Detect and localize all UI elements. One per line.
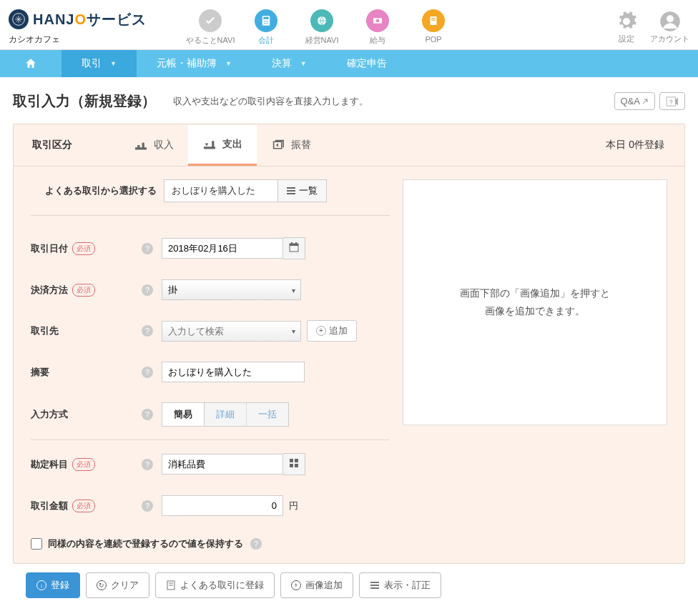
nav-pop[interactable]: POP [405, 9, 461, 46]
subnav-transaction[interactable]: 取引▼ [62, 50, 137, 77]
subnav-tax[interactable]: 確定申告 [327, 50, 407, 77]
document-icon [422, 9, 445, 32]
summary-input[interactable] [162, 362, 305, 382]
svg-rect-12 [431, 16, 437, 25]
svg-rect-32 [370, 585, 379, 586]
save-template-button[interactable]: よくある取引に登録 [155, 572, 275, 598]
subnav-settlement[interactable]: 決算▼ [252, 50, 327, 77]
date-input[interactable] [162, 238, 283, 259]
svg-rect-23 [290, 244, 298, 246]
keep-checkbox[interactable] [31, 538, 42, 550]
svg-point-8 [267, 23, 269, 24]
home-button[interactable] [0, 50, 62, 77]
entry-tab-batch[interactable]: 一括 [247, 403, 288, 426]
help-icon[interactable]: ? [142, 284, 153, 296]
amount-input[interactable] [162, 495, 283, 516]
nav-management[interactable]: 経営NAVI [294, 9, 350, 46]
account-button[interactable]: アカウント [650, 11, 689, 44]
refresh-icon: ↻ [97, 580, 107, 590]
footer-actions: ↓ 登録 ↻ クリア よくある取引に登録 + 画像追加 表示・訂正 [13, 572, 685, 611]
category-tab-row: 取引区分 収入 支出 振替 本日 0件登録 [14, 124, 684, 167]
entry-mode-tabs: 簡易 詳細 一括 [162, 402, 289, 427]
field-payment: 決済方法必須 ? 掛 [31, 269, 390, 310]
list-icon [287, 187, 295, 195]
help-icon[interactable]: ? [142, 367, 153, 378]
calendar-button[interactable] [283, 237, 305, 259]
page-head: 取引入力（新規登録） 収入や支出などの取引内容を直接入力します。 Q&A ? [13, 91, 685, 111]
external-icon [642, 98, 649, 105]
quick-label: よくある取引から選択する [45, 184, 157, 197]
money-icon [366, 9, 389, 32]
clear-button[interactable]: ↻ クリア [86, 572, 149, 598]
account-input[interactable] [162, 454, 283, 475]
field-amount: 取引金額必須 ? 円 [31, 485, 390, 526]
help-icon[interactable]: ? [142, 409, 153, 420]
entry-tab-detail[interactable]: 詳細 [205, 403, 247, 426]
entry-tab-simple[interactable]: 簡易 [162, 403, 205, 426]
partner-input[interactable] [162, 321, 301, 342]
quick-select-row: よくある取引から選択する おしぼりを購入した 一覧 [31, 179, 390, 216]
subnav-ledger[interactable]: 元帳・補助簿▼ [137, 50, 252, 77]
svg-rect-33 [370, 587, 379, 589]
svg-rect-28 [290, 464, 293, 467]
calculator-icon [255, 9, 277, 32]
category-label: 取引区分 [28, 124, 84, 166]
help-icon[interactable]: ? [142, 325, 153, 337]
svg-point-6 [264, 23, 265, 24]
svg-rect-13 [431, 18, 436, 19]
keep-label: 同様の内容を連続で登録するので値を保持する [48, 537, 243, 550]
quick-select[interactable]: おしぼりを購入した [164, 179, 278, 202]
app-header: HANJOサービス カシオカフェ やることNAVI 会計 経営NAVI 給与 P… [0, 0, 698, 50]
field-date: 取引日付必須 ? [31, 227, 390, 269]
payment-select[interactable]: 掛 [162, 279, 301, 300]
user-icon [659, 11, 681, 32]
svg-rect-21 [287, 193, 295, 194]
grid-icon [289, 458, 299, 468]
svg-rect-25 [295, 242, 297, 244]
tab-income[interactable]: 収入 [119, 125, 188, 165]
register-button[interactable]: ↓ 登録 [26, 572, 80, 598]
quick-list-button[interactable]: 一覧 [278, 179, 327, 202]
svg-point-16 [667, 15, 674, 22]
tab-expense[interactable]: 支出 [188, 125, 257, 166]
page-content: 取引入力（新規登録） 収入や支出などの取引内容を直接入力します。 Q&A ? 取… [0, 77, 698, 616]
svg-rect-20 [287, 190, 295, 192]
company-name: カシオカフェ [9, 34, 147, 46]
logo-icon [9, 9, 29, 29]
field-partner: 取引先 ? +追加 [31, 310, 390, 352]
globe-icon [310, 9, 333, 32]
nav-accounting[interactable]: 会計 [238, 9, 294, 46]
image-drop-area: 画面下部の「画像追加」を押すと 画像を追加できます。 [403, 179, 667, 425]
required-badge: 必須 [72, 458, 95, 471]
svg-rect-14 [431, 20, 436, 21]
today-status: 本日 0件登録 [606, 139, 670, 151]
svg-rect-29 [295, 464, 298, 467]
help-icon[interactable]: ? [142, 243, 153, 254]
download-icon: ↓ [36, 580, 46, 590]
help-icon[interactable]: ? [142, 459, 153, 470]
add-image-button[interactable]: + 画像追加 [280, 572, 353, 598]
list-icon [370, 580, 380, 590]
chevron-down-icon: ▼ [225, 60, 232, 67]
view-edit-button[interactable]: 表示・訂正 [359, 572, 441, 598]
help-icon[interactable]: ? [142, 500, 153, 512]
add-partner-button[interactable]: +追加 [307, 320, 357, 342]
nav-payroll[interactable]: 給与 [350, 9, 405, 46]
chevron-down-icon: ▼ [110, 60, 117, 67]
sub-nav: 取引▼ 元帳・補助簿▼ 決算▼ 確定申告 [0, 50, 698, 77]
required-badge: 必須 [72, 242, 95, 255]
settings-button[interactable]: 設定 [616, 11, 637, 44]
account-picker-button[interactable] [283, 453, 305, 475]
nav-todo[interactable]: やることNAVI [182, 9, 238, 46]
required-badge: 必須 [72, 284, 95, 297]
qa-button[interactable]: Q&A [614, 92, 655, 110]
gear-icon [616, 11, 637, 32]
check-icon [199, 9, 222, 32]
plus-icon: + [291, 580, 301, 590]
tab-transfer[interactable]: 振替 [257, 125, 325, 165]
help-button[interactable]: ? [659, 92, 685, 110]
chevron-down-icon: ▼ [300, 60, 307, 67]
form-card: 取引区分 収入 支出 振替 本日 0件登録 よくある [13, 124, 685, 564]
help-icon: ? [666, 96, 679, 106]
help-icon[interactable]: ? [250, 538, 262, 550]
